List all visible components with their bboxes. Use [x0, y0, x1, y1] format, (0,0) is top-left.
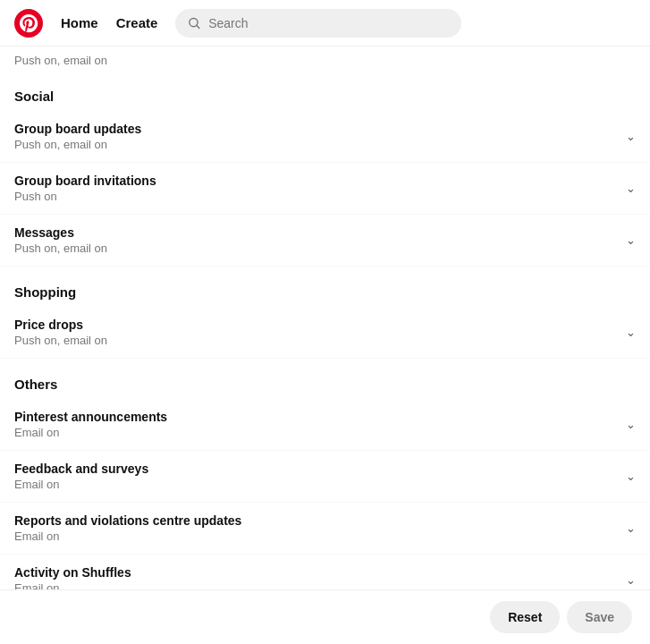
create-nav-link[interactable]: Create — [116, 15, 158, 30]
feedback-surveys-subtitle: Email on — [14, 478, 148, 491]
search-input[interactable] — [208, 16, 449, 30]
group-board-invitations-row[interactable]: Group board invitations Push on ⌄ — [0, 163, 650, 215]
group-board-invitations-text: Group board invitations Push on — [14, 174, 156, 203]
pinterest-announcements-chevron: ⌄ — [626, 418, 636, 431]
svg-point-0 — [14, 9, 43, 38]
search-bar[interactable] — [175, 9, 461, 38]
group-board-updates-text: Group board updates Push on, email on — [14, 122, 141, 151]
reports-violations-text: Reports and violations centre updates Em… — [14, 513, 241, 543]
price-drops-title: Price drops — [14, 318, 107, 332]
group-board-updates-subtitle: Push on, email on — [14, 138, 141, 151]
price-drops-subtitle: Push on, email on — [14, 334, 107, 347]
activity-shuffles-chevron: ⌄ — [626, 573, 636, 587]
feedback-surveys-chevron: ⌄ — [626, 470, 636, 483]
reports-violations-title: Reports and violations centre updates — [14, 513, 241, 528]
reports-violations-row[interactable]: Reports and violations centre updates Em… — [0, 503, 650, 555]
top-navigation: Home Create — [0, 0, 650, 47]
price-drops-chevron: ⌄ — [626, 326, 636, 339]
pinterest-announcements-text: Pinterest announcements Email on — [14, 410, 167, 439]
save-button[interactable]: Save — [567, 601, 632, 633]
feedback-surveys-title: Feedback and surveys — [14, 462, 148, 476]
price-drops-text: Price drops Push on, email on — [14, 318, 107, 347]
pinterest-announcements-subtitle: Email on — [14, 426, 167, 439]
messages-row[interactable]: Messages Push on, email on ⌄ — [0, 215, 650, 267]
messages-chevron: ⌄ — [626, 233, 636, 247]
group-board-invitations-chevron: ⌄ — [626, 182, 636, 195]
messages-subtitle: Push on, email on — [14, 242, 107, 255]
group-board-updates-title: Group board updates — [14, 122, 141, 136]
reports-violations-subtitle: Email on — [14, 530, 241, 543]
search-icon — [188, 16, 201, 30]
social-heading: Social — [0, 71, 650, 111]
activity-shuffles-title: Activity on Shuffles — [14, 565, 131, 580]
pinterest-announcements-row[interactable]: Pinterest announcements Email on ⌄ — [0, 399, 650, 451]
home-nav-link[interactable]: Home — [61, 15, 98, 30]
shopping-heading: Shopping — [0, 267, 650, 307]
settings-list: Push on, email on Social Group board upd… — [0, 47, 650, 644]
reset-button[interactable]: Reset — [490, 601, 560, 633]
group-board-updates-chevron: ⌄ — [626, 130, 636, 143]
partial-top-subtitle: Push on, email on — [0, 47, 650, 71]
messages-text: Messages Push on, email on — [14, 225, 107, 255]
reports-violations-chevron: ⌄ — [626, 521, 636, 535]
footer-bar: Reset Save — [0, 589, 650, 644]
pinterest-announcements-title: Pinterest announcements — [14, 410, 167, 424]
group-board-invitations-title: Group board invitations — [14, 174, 156, 188]
feedback-surveys-text: Feedback and surveys Email on — [14, 462, 148, 491]
group-board-invitations-subtitle: Push on — [14, 190, 156, 203]
group-board-updates-row[interactable]: Group board updates Push on, email on ⌄ — [0, 111, 650, 163]
settings-content: Push on, email on Social Group board upd… — [0, 47, 650, 644]
svg-line-2 — [197, 25, 199, 28]
pinterest-logo[interactable] — [14, 9, 43, 38]
others-heading: Others — [0, 359, 650, 399]
price-drops-row[interactable]: Price drops Push on, email on ⌄ — [0, 307, 650, 359]
messages-title: Messages — [14, 225, 107, 240]
feedback-surveys-row[interactable]: Feedback and surveys Email on ⌄ — [0, 451, 650, 503]
